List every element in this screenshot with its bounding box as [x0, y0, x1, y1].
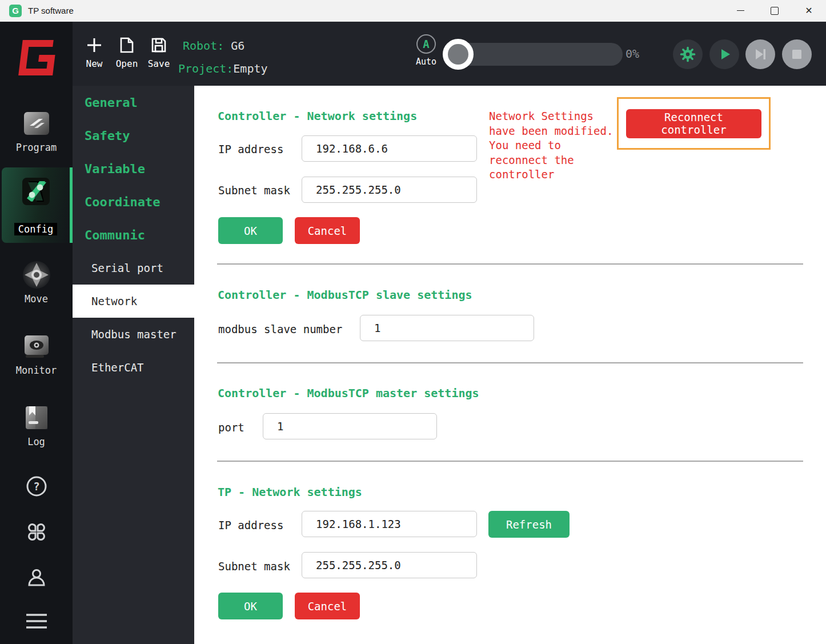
apps-button[interactable]	[0, 521, 73, 543]
tp-subnet-label: Subnet mask	[218, 560, 290, 573]
close-icon: ✕	[805, 6, 812, 15]
sidebar-item-label: Log	[0, 436, 73, 447]
help-button[interactable]: ?	[0, 475, 73, 497]
new-label: New	[86, 58, 103, 69]
sidebar-item-log[interactable]: Log	[0, 403, 73, 447]
left-sidebar: Program Config Move	[0, 22, 73, 644]
save-button[interactable]: Save	[142, 37, 176, 69]
submenu-item-network[interactable]: Network	[73, 285, 194, 318]
sidebar-item-label: Program	[0, 142, 73, 153]
auto-mode-icon: A	[416, 34, 436, 54]
user-button[interactable]	[0, 567, 73, 589]
window-controls: ✕	[723, 0, 826, 22]
modbus-master-port-input[interactable]	[263, 413, 437, 439]
tp-refresh-button[interactable]: Refresh	[488, 511, 570, 538]
controller-subnet-label: Subnet mask	[218, 184, 290, 197]
sidebar-item-config[interactable]: Config	[2, 167, 73, 243]
project-label: Project:	[178, 62, 233, 75]
divider	[217, 461, 803, 462]
menu-button[interactable]	[0, 611, 73, 631]
submenu-item-modbus-master[interactable]: Modbus master	[73, 318, 194, 351]
speed-slider-handle[interactable]	[443, 39, 474, 70]
new-button[interactable]: New	[77, 37, 111, 69]
sidebar-item-label: Monitor	[0, 365, 73, 376]
modbus-slave-number-label: modbus slave number	[218, 323, 342, 335]
modbus-master-port-label: port	[218, 421, 244, 434]
stop-button[interactable]	[782, 39, 812, 69]
maximize-button[interactable]	[757, 0, 792, 22]
robot-value: G6	[231, 39, 244, 53]
minimize-icon	[737, 10, 744, 11]
reconnect-controller-button[interactable]: Reconnect controller	[626, 109, 761, 138]
speed-slider-track[interactable]	[451, 43, 623, 66]
move-icon	[22, 260, 51, 290]
sidebar-item-monitor[interactable]: Monitor	[0, 331, 73, 376]
submenu-item-coordinate[interactable]: Coordinate	[73, 185, 194, 218]
controller-network-cancel-button[interactable]: Cancel	[295, 217, 360, 244]
apps-icon	[26, 521, 47, 543]
sidebar-item-program[interactable]: Program	[0, 109, 73, 153]
network-settings-page: Controller - Network settings Network Se…	[194, 86, 826, 644]
skip-to-end-icon	[753, 47, 768, 62]
settings-button[interactable]	[673, 39, 703, 69]
reconnect-highlight-box: Reconnect controller	[617, 97, 771, 150]
submenu-item-communic[interactable]: Communic	[73, 218, 194, 251]
play-icon	[717, 47, 732, 62]
sidebar-item-label: Move	[0, 293, 73, 305]
divider	[217, 362, 803, 363]
submenu-item-general[interactable]: General	[73, 86, 194, 119]
monitor-icon	[22, 331, 51, 361]
log-icon	[22, 403, 51, 433]
sidebar-item-move[interactable]: Move	[0, 260, 73, 305]
save-label: Save	[148, 58, 170, 69]
submenu-item-ethercat[interactable]: EtherCAT	[73, 351, 194, 384]
tp-subnet-input[interactable]	[302, 552, 477, 578]
controller-subnet-input[interactable]	[302, 177, 477, 203]
controller-ip-input[interactable]	[302, 135, 477, 162]
submenu-item-safety[interactable]: Safety	[73, 119, 194, 152]
reconnect-warning-text: Network Settings have been modified. You…	[489, 109, 617, 182]
config-submenu: General Safety Variable Coordinate Commu…	[73, 86, 194, 644]
open-file-icon	[118, 37, 135, 54]
help-icon: ?	[26, 475, 47, 497]
modbus-slave-number-input[interactable]	[360, 315, 534, 341]
project-value: Empty	[233, 62, 267, 75]
new-icon	[86, 37, 103, 54]
controller-network-ok-button[interactable]: OK	[218, 217, 283, 244]
app-logo-icon: G	[9, 5, 22, 17]
open-label: Open	[116, 58, 138, 69]
maximize-icon	[771, 7, 779, 15]
top-toolbar: New Open Save Robot: G6 Project:Empty A …	[73, 22, 826, 86]
sidebar-item-label: Config	[14, 223, 57, 235]
minimize-button[interactable]	[723, 0, 757, 22]
play-button[interactable]	[709, 39, 739, 69]
save-icon	[150, 37, 167, 54]
tp-network-title: TP - Network settings	[218, 485, 362, 499]
auto-mode-label: Auto	[415, 57, 437, 67]
brand-logo-icon	[16, 39, 57, 77]
title-bar: G TP software ✕	[0, 0, 826, 22]
svg-text:?: ?	[33, 480, 39, 493]
hamburger-menu-icon	[24, 611, 49, 631]
robot-label: Robot:	[183, 39, 224, 53]
tp-network-cancel-button[interactable]: Cancel	[295, 593, 360, 619]
program-icon	[22, 109, 51, 138]
mode-indicator[interactable]: A Auto	[415, 34, 437, 67]
stop-icon	[789, 47, 804, 62]
open-button[interactable]: Open	[110, 37, 144, 69]
project-status: Project:Empty	[178, 62, 268, 75]
tp-ip-input[interactable]	[302, 511, 477, 537]
modbus-master-title: Controller - ModbusTCP master settings	[218, 386, 479, 400]
controller-network-title: Controller - Network settings	[218, 109, 417, 123]
close-button[interactable]: ✕	[792, 0, 826, 22]
speed-percentage: 0%	[625, 47, 639, 61]
tp-ip-label: IP address	[218, 519, 283, 531]
submenu-item-variable[interactable]: Variable	[73, 152, 194, 185]
step-button[interactable]	[745, 39, 775, 69]
config-icon	[20, 175, 52, 207]
submenu-item-serial-port[interactable]: Serial port	[73, 251, 194, 285]
robot-status: Robot: G6	[183, 39, 244, 53]
user-icon	[26, 567, 47, 589]
controller-ip-label: IP address	[218, 143, 283, 155]
tp-network-ok-button[interactable]: OK	[218, 593, 283, 619]
